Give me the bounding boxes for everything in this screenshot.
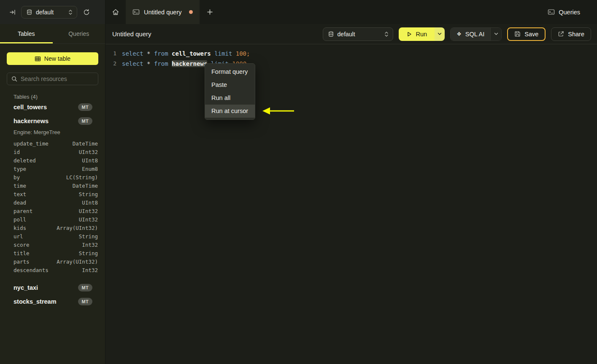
engine-badge: MT — [78, 284, 92, 291]
terminal-icon — [132, 8, 140, 16]
token-semicolon: ; — [246, 50, 250, 57]
column-name: update_time — [14, 140, 49, 148]
database-selector[interactable]: default — [21, 6, 77, 19]
code-text: select * from cell_towers limit 100; — [122, 49, 250, 59]
column-type: String — [79, 190, 98, 199]
top-bar-main: Untitled query Queries — [105, 0, 597, 24]
engine-badge: MT — [78, 298, 92, 305]
column-row: by LC(String) — [0, 173, 105, 182]
column-type: String — [79, 232, 98, 241]
share-button[interactable]: Share — [551, 27, 591, 41]
sidebar-tabs: Tables Queries — [0, 24, 105, 44]
table-row-nyc-taxi[interactable]: nyc_taxi MT — [0, 280, 105, 294]
sql-ai-label: SQL AI — [465, 31, 484, 38]
column-name: text — [14, 190, 26, 199]
column-type: Int32 — [82, 266, 98, 275]
table-row-hackernews[interactable]: hackernews MT — [0, 114, 105, 128]
column-type: UInt32 — [79, 216, 98, 224]
token-keyword: limit — [211, 50, 236, 57]
column-name: kids — [14, 224, 26, 232]
column-name: type — [14, 165, 26, 173]
column-type: UInt8 — [82, 156, 98, 165]
column-name: title — [14, 249, 30, 258]
collapse-sidebar-icon[interactable] — [9, 9, 16, 16]
engine-badge: MT — [78, 117, 92, 125]
column-row: parent UInt32 — [0, 207, 105, 216]
code-line-1: 1 select * from cell_towers limit 100; — [105, 49, 597, 59]
query-toolbar: Untitled query default — [105, 24, 597, 44]
token-keyword: from — [154, 60, 172, 67]
column-type: UInt32 — [79, 148, 98, 156]
token-star: * — [147, 60, 154, 67]
column-row: update_time DateTime — [0, 140, 105, 148]
tables-list: Tables (4) cell_towers MT hackernews MT … — [0, 85, 105, 308]
column-type: LC(String) — [66, 173, 98, 182]
top-bar: default — [0, 0, 597, 24]
token-keyword: select — [122, 50, 147, 57]
queries-button[interactable]: Queries — [548, 0, 597, 24]
table-name: hackernews — [14, 118, 78, 124]
menu-item-run-all[interactable]: Run all — [205, 92, 255, 105]
token-keyword: from — [154, 50, 172, 57]
column-name: parent — [14, 207, 32, 216]
toolbar-database-selector[interactable]: default — [323, 27, 393, 41]
sql-editor[interactable]: 1 select * from cell_towers limit 100; 2… — [105, 44, 597, 364]
sql-ai-button[interactable]: ❖ SQL AI — [451, 28, 490, 40]
run-options-chevron[interactable] — [435, 27, 445, 41]
token-star: * — [147, 50, 154, 57]
save-button-label: Save — [524, 31, 538, 38]
search-input[interactable] — [21, 75, 94, 82]
save-floppy-icon — [514, 31, 521, 37]
menu-item-format-query[interactable]: Format query — [205, 65, 255, 78]
queries-icon — [548, 8, 555, 16]
new-table-button[interactable]: New table — [7, 52, 98, 65]
sidebar-tab-tables[interactable]: Tables — [0, 24, 53, 43]
menu-item-run-at-cursor[interactable]: Run at cursor — [205, 105, 255, 118]
table-row-stocks-stream[interactable]: stocks_stream MT — [0, 294, 105, 308]
play-icon — [406, 31, 412, 37]
column-name: time — [14, 182, 26, 190]
unsaved-dot — [189, 10, 193, 14]
home-icon[interactable] — [105, 0, 126, 24]
token-table-name-selected: hackernews — [172, 60, 207, 67]
column-row: poll UInt32 — [0, 216, 105, 224]
share-button-label: Share — [568, 31, 584, 38]
column-name: parts — [14, 258, 30, 266]
column-type: DateTime — [73, 140, 98, 148]
run-button[interactable]: Run — [399, 27, 435, 41]
column-type: Enum8 — [82, 165, 98, 173]
column-row: kids Array(UInt32) — [0, 224, 105, 232]
column-row: dead UInt8 — [0, 199, 105, 207]
top-bar-left: default — [0, 0, 105, 24]
column-row: deleted UInt8 — [0, 156, 105, 165]
column-row: text String — [0, 190, 105, 199]
search-box — [7, 73, 98, 85]
main-panel: Untitled query default — [105, 24, 597, 364]
refresh-icon[interactable] — [83, 9, 90, 16]
line-number: 2 — [105, 59, 116, 69]
column-type: Int32 — [82, 241, 98, 249]
new-tab-plus-icon[interactable] — [200, 0, 220, 24]
sql-ai-options-chevron[interactable] — [490, 28, 501, 40]
column-name: score — [14, 241, 30, 249]
column-type: UInt32 — [79, 207, 98, 216]
table-row-cell-towers[interactable]: cell_towers MT — [0, 100, 105, 114]
chevron-updown-icon — [384, 31, 389, 37]
tab-untitled-query[interactable]: Untitled query — [126, 0, 200, 24]
column-row: score Int32 — [0, 241, 105, 249]
body: Tables Queries New table — [0, 24, 597, 364]
menu-item-paste[interactable]: Paste — [205, 78, 255, 92]
token-number: 100 — [236, 50, 246, 57]
editor-context-menu: Format query Paste Run all Run at cursor — [205, 63, 255, 120]
hackernews-columns: update_time DateTime id UInt32 deleted U… — [0, 138, 105, 277]
column-row: descendants Int32 — [0, 266, 105, 275]
column-name: by — [14, 173, 20, 182]
database-icon — [328, 31, 334, 37]
sidebar-tab-queries[interactable]: Queries — [53, 24, 105, 43]
column-type: UInt8 — [82, 199, 98, 207]
column-name: url — [14, 232, 23, 241]
save-button[interactable]: Save — [507, 27, 546, 41]
token-table-name: cell_towers — [172, 50, 211, 57]
line-number: 1 — [105, 49, 116, 59]
tab-label: Untitled query — [144, 9, 181, 16]
